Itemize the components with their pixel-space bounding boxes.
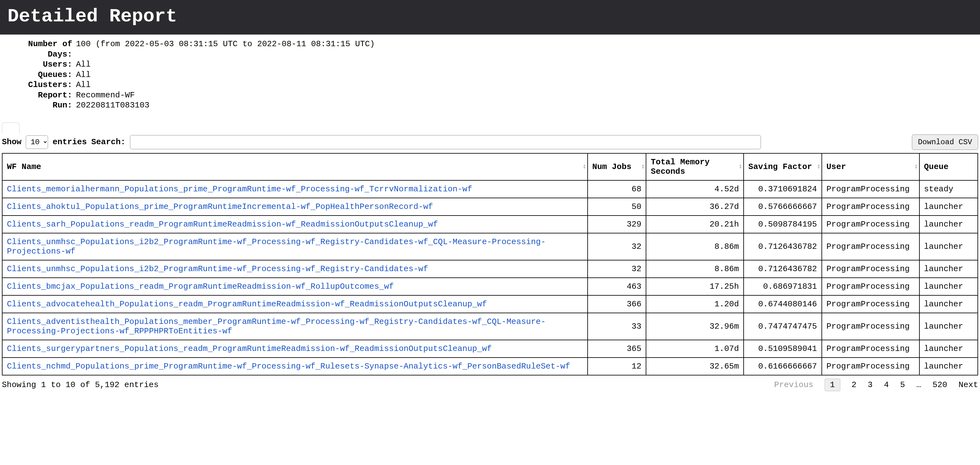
cell-saving-factor: 0.7126436782 [744, 260, 822, 278]
cell-total-memory: 20.21h [646, 216, 744, 233]
page-header: Detailed Report [0, 0, 980, 35]
cell-user: ProgramProcessing [822, 278, 920, 296]
table-row: Clients_advocatehealth_Populations_readm… [2, 296, 978, 313]
cell-queue: launcher [920, 313, 978, 340]
table-footer: Showing 1 to 10 of 5,192 entries Previou… [0, 376, 980, 401]
col-wf-name[interactable]: WF Name ▲▼ [2, 153, 588, 181]
cell-num-jobs: 12 [588, 358, 646, 375]
col-num-jobs[interactable]: Num Jobs ▲▼ [588, 153, 646, 181]
col-queue[interactable]: Queue [920, 153, 978, 181]
page-number[interactable]: 2 [852, 380, 857, 390]
table-row: Clients_sarh_Populations_readm_ProgramRu… [2, 216, 978, 233]
table-row: Clients_unmhsc_Populations_i2b2_ProgramR… [2, 233, 978, 260]
cell-user: ProgramProcessing [822, 198, 920, 216]
wf-link[interactable]: Clients_ahoktul_Populations_prime_Progra… [7, 202, 433, 211]
cell-saving-factor: 0.6166666667 [744, 358, 822, 375]
cell-queue: steady [920, 181, 978, 198]
page-number[interactable]: 1 [825, 379, 840, 391]
table-row: Clients_ahoktul_Populations_prime_Progra… [2, 198, 978, 216]
cell-user: ProgramProcessing [822, 233, 920, 260]
cell-queue: launcher [920, 278, 978, 296]
cell-queue: launcher [920, 358, 978, 375]
cell-num-jobs: 68 [588, 181, 646, 198]
meta-users-value: All [76, 59, 979, 70]
wf-link[interactable]: Clients_sarh_Populations_readm_ProgramRu… [7, 220, 438, 229]
cell-saving-factor: 0.3710691824 [744, 181, 822, 198]
meta-queues-value: All [76, 70, 979, 80]
page-title: Detailed Report [8, 6, 972, 27]
cell-total-memory: 32.65m [646, 358, 744, 375]
wf-link[interactable]: Clients_adventisthealth_Populations_memb… [7, 317, 546, 336]
search-label: Search: [91, 137, 126, 147]
wf-link[interactable]: Clients_bmcjax_Populations_readm_Program… [7, 282, 394, 291]
sort-icon: ▲▼ [818, 164, 819, 169]
meta-clusters-value: All [76, 80, 979, 90]
wf-link[interactable]: Clients_memorialhermann_Populations_prim… [7, 184, 472, 194]
table-row: Clients_surgerypartners_Populations_read… [2, 340, 978, 358]
previous-button[interactable]: Previous [774, 380, 813, 390]
cell-user: ProgramProcessing [822, 260, 920, 278]
page-number[interactable]: 520 [932, 380, 947, 390]
cell-total-memory: 17.25h [646, 278, 744, 296]
sort-icon: ▲▼ [584, 164, 585, 169]
cell-num-jobs: 32 [588, 260, 646, 278]
cell-num-jobs: 50 [588, 198, 646, 216]
showing-info: Showing 1 to 10 of 5,192 entries [2, 380, 774, 390]
cell-user: ProgramProcessing [822, 181, 920, 198]
table-row: Clients_bmcjax_Populations_readm_Program… [2, 278, 978, 296]
cell-user: ProgramProcessing [822, 313, 920, 340]
cell-total-memory: 8.86m [646, 233, 744, 260]
cell-total-memory: 4.52d [646, 181, 744, 198]
show-label: Show [2, 137, 21, 147]
page-size-select[interactable]: 10 [26, 136, 48, 149]
wf-link[interactable]: Clients_surgerypartners_Populations_read… [7, 344, 492, 353]
meta-run-label: Run: [1, 100, 76, 110]
table-row: Clients_nchmd_Populations_prime_ProgramR… [2, 358, 978, 375]
tab-stub[interactable] [2, 123, 19, 133]
meta-queues-label: Queues: [1, 70, 76, 80]
cell-user: ProgramProcessing [822, 358, 920, 375]
cell-wf-name: Clients_surgerypartners_Populations_read… [2, 340, 588, 358]
meta-days-value: 100 (from 2022-05-03 08:31:15 UTC to 202… [76, 39, 979, 59]
cell-wf-name: Clients_nchmd_Populations_prime_ProgramR… [2, 358, 588, 375]
page-number[interactable]: 5 [900, 380, 905, 390]
wf-link[interactable]: Clients_advocatehealth_Populations_readm… [7, 299, 487, 309]
col-saving-factor[interactable]: Saving Factor ▲▼ [744, 153, 822, 181]
cell-saving-factor: 0.7126436782 [744, 233, 822, 260]
cell-queue: launcher [920, 260, 978, 278]
page-ellipsis: … [916, 380, 921, 390]
cell-total-memory: 8.86m [646, 260, 744, 278]
table-row: Clients_unmhsc_Populations_i2b2_ProgramR… [2, 260, 978, 278]
search-input[interactable] [130, 135, 761, 149]
wf-link[interactable]: Clients_unmhsc_Populations_i2b2_ProgramR… [7, 264, 428, 274]
cell-wf-name: Clients_adventisthealth_Populations_memb… [2, 313, 588, 340]
cell-wf-name: Clients_memorialhermann_Populations_prim… [2, 181, 588, 198]
cell-user: ProgramProcessing [822, 216, 920, 233]
page-number[interactable]: 3 [868, 380, 873, 390]
report-table: WF Name ▲▼ Num Jobs ▲▼ Total Memory Seco… [2, 153, 978, 376]
cell-total-memory: 36.27d [646, 198, 744, 216]
table-row: Clients_memorialhermann_Populations_prim… [2, 181, 978, 198]
cell-num-jobs: 329 [588, 216, 646, 233]
entries-label: entries [52, 137, 87, 147]
wf-link[interactable]: Clients_unmhsc_Populations_i2b2_ProgramR… [7, 237, 546, 256]
wf-link[interactable]: Clients_nchmd_Populations_prime_ProgramR… [7, 362, 570, 371]
page-number[interactable]: 4 [884, 380, 889, 390]
pagination: Previous 12345…520 Next [774, 379, 978, 391]
next-button[interactable]: Next [959, 380, 978, 390]
cell-queue: launcher [920, 216, 978, 233]
cell-user: ProgramProcessing [822, 296, 920, 313]
table-row: Clients_adventisthealth_Populations_memb… [2, 313, 978, 340]
meta-run-value: 20220811T083103 [76, 100, 979, 110]
meta-users-label: Users: [1, 59, 76, 70]
meta-report-label: Report: [1, 90, 76, 101]
cell-total-memory: 1.07d [646, 340, 744, 358]
cell-queue: launcher [920, 233, 978, 260]
col-total-memory[interactable]: Total Memory Seconds ▲▼ [646, 153, 744, 181]
col-user[interactable]: User ▲▼ [822, 153, 920, 181]
cell-saving-factor: 0.5098784195 [744, 216, 822, 233]
cell-num-jobs: 33 [588, 313, 646, 340]
download-csv-button[interactable]: Download CSV [912, 134, 978, 150]
meta-clusters-label: Clusters: [1, 80, 76, 90]
cell-wf-name: Clients_unmhsc_Populations_i2b2_ProgramR… [2, 233, 588, 260]
